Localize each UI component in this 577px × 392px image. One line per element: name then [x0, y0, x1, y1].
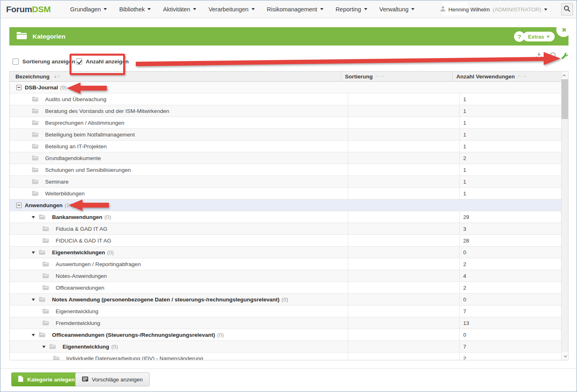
column-label: Anzahl Verwendungen [456, 74, 515, 80]
table-row[interactable]: Notes Anwendung (personenbezogene Daten … [10, 294, 568, 305]
folder-icon [53, 355, 63, 360]
wrench-icon[interactable] [562, 53, 568, 61]
table-row[interactable]: Audits und Überwachung1 [10, 93, 568, 105]
table-body: DSB-Journal(9)Audits und Überwachung1Ber… [10, 82, 568, 360]
nav-item-grundlagen[interactable]: Grundlagen [70, 6, 107, 13]
tree-expand-caret-icon[interactable] [32, 216, 35, 220]
tree-expand-caret-icon[interactable] [42, 346, 46, 350]
table-row[interactable]: Officeanwendungen2 [10, 282, 568, 294]
folder-icon [42, 273, 52, 279]
show-suggestions-label: Vorschläge anzeigen [92, 377, 143, 383]
cell-anzahl-verwendungen [459, 82, 568, 93]
table-row[interactable]: Grundlagendokumente2 [10, 152, 568, 164]
column-header-anzahl-verwendungen[interactable]: Anzahl Verwendungen [452, 71, 561, 81]
nav-item-bibliothek[interactable]: Bibliothek [119, 6, 151, 13]
chevron-down-icon [547, 36, 550, 39]
collapse-icon[interactable] [16, 85, 22, 90]
table-group-row[interactable]: DSB-Journal(9) [10, 82, 568, 93]
table-row[interactable]: Eigenentwicklung7 [10, 305, 568, 317]
show-count-label[interactable]: Anzahl anzeigen [86, 58, 129, 65]
cell-anzahl-verwendungen [459, 199, 568, 211]
table-group-row[interactable]: Anwendungen(24) [10, 199, 568, 211]
cell-bezeichnung: FIDUCIA & GAD IT AG [10, 235, 348, 246]
sort-icon [519, 75, 525, 78]
cell-bezeichnung: Seminare [10, 176, 348, 187]
tree-expand-caret-icon[interactable] [32, 334, 35, 338]
column-header-sortierung[interactable]: Sortierung [341, 71, 452, 81]
table-row[interactable]: Beratung des Vorstands und der ISM-Mitwi… [10, 105, 568, 117]
checkbox-icon[interactable] [76, 58, 82, 65]
download-icon[interactable] [536, 52, 542, 60]
nav-item-risikomanagement[interactable]: Risikomanagement [267, 6, 323, 13]
column-header-bezeichnung[interactable]: Bezeichnung ▲▽ [10, 71, 341, 81]
chevron-down-icon [252, 8, 255, 12]
nav-item-verarbeitungen[interactable]: Verarbeitungen [208, 6, 254, 13]
table-row[interactable]: Fiducia & GAD IT AG3 [10, 223, 568, 235]
cell-anzahl-verwendungen: 0 [459, 329, 568, 340]
category-label: Seminare [45, 179, 69, 185]
cell-anzahl-verwendungen: 2 [459, 353, 568, 360]
cell-sortierung [348, 129, 459, 140]
user-role: (ADMINISTRATOR) [493, 6, 542, 13]
table-row[interactable]: Besprechungen / Abstimmungen1 [10, 117, 568, 129]
table-row[interactable]: Weiterbildungen1 [10, 188, 568, 199]
create-category-button[interactable]: Kategorie anlegen [11, 373, 82, 386]
table-row[interactable]: Individuelle Datenverarbeitung (IDV) - N… [10, 353, 568, 360]
checkbox-icon[interactable] [13, 58, 19, 65]
category-label: Besprechungen / Abstimmungen [45, 120, 124, 126]
table-row[interactable]: Schulungen und Sensibilisierungen1 [10, 164, 568, 176]
table-row[interactable]: Seminare1 [10, 176, 568, 188]
folder-icon [39, 214, 49, 220]
cell-anzahl-verwendungen: 1 [459, 129, 568, 140]
nav-item-reporting[interactable]: Reporting [336, 6, 367, 13]
folder-icon [39, 297, 49, 302]
refresh-icon[interactable] [550, 52, 556, 60]
column-label: Bezeichnung [15, 74, 50, 80]
cell-bezeichnung: Auswertungen / Reportingabfragen [10, 258, 348, 270]
collapse-icon[interactable] [16, 203, 22, 208]
table-row[interactable]: Eigenentwicklung(0)7 [10, 341, 568, 353]
table-row[interactable]: Beteiligung beim Notfallmanagement1 [10, 129, 568, 141]
show-sorting-checkbox[interactable]: Sortierung anzeigen [13, 58, 75, 65]
category-label: Anwendungen [25, 202, 63, 208]
show-suggestions-button[interactable]: Vorschläge anzeigen [75, 373, 150, 386]
table-row[interactable]: Beteilung an IT-Projekten1 [10, 141, 568, 152]
cell-bezeichnung: Beteilung an IT-Projekten [10, 141, 348, 152]
table-row[interactable]: Bankanwendungen(0)29 [10, 211, 568, 223]
table-row[interactable]: Eigenentwicklungen(0)0 [10, 247, 568, 258]
nav-item-label: Reporting [336, 6, 361, 13]
cell-sortierung [348, 152, 459, 164]
cell-bezeichnung: Schulungen und Sensibilisierungen [10, 164, 348, 175]
tree-expand-caret-icon[interactable] [32, 299, 35, 303]
close-panel-button[interactable] [556, 22, 571, 37]
cell-sortierung [348, 93, 459, 105]
cell-bezeichnung: Fremdentwicklung [10, 317, 348, 329]
nav-item-aktivitäten[interactable]: Aktivitäten [163, 6, 196, 13]
table-row[interactable]: Officeanwendungen (Steuerungs-/Rechnungs… [10, 329, 568, 341]
table-row[interactable]: FIDUCIA & GAD IT AG28 [10, 235, 568, 247]
nav-item-verwaltung[interactable]: Verwaltung [380, 6, 415, 13]
category-label: Eigenentwicklung [63, 344, 109, 350]
cell-sortierung [348, 105, 459, 117]
cell-bezeichnung: Besprechungen / Abstimmungen [10, 117, 348, 128]
extras-button[interactable]: Extras [523, 32, 555, 41]
scroll-down-button[interactable] [562, 352, 568, 360]
cell-sortierung [348, 188, 459, 199]
cell-anzahl-verwendungen: 1 [459, 141, 568, 152]
tree-expand-caret-icon[interactable] [32, 251, 35, 256]
table-row[interactable]: Fremdentwicklung13 [10, 317, 568, 329]
category-count-suffix: (24) [65, 202, 74, 208]
scrollbar-thumb[interactable] [562, 79, 568, 119]
show-count-checkbox[interactable]: Anzahl anzeigen [76, 58, 129, 65]
category-label: Notes-Anwendungen [56, 273, 107, 279]
app-logo[interactable]: ForumDSM [6, 4, 51, 14]
category-label: Beteiligung beim Notfallmanagement [45, 132, 135, 138]
table-row[interactable]: Auswertungen / Reportingabfragen2 [10, 258, 568, 270]
table-row[interactable]: Notes-Anwendungen4 [10, 270, 568, 282]
scroll-up-button[interactable] [562, 71, 568, 79]
vertical-scrollbar[interactable] [561, 71, 568, 360]
search-button[interactable] [561, 3, 573, 15]
show-sorting-label[interactable]: Sortierung anzeigen [22, 58, 75, 65]
user-menu[interactable]: Henning Wilhelm (ADMINISTRATOR) [440, 0, 547, 18]
folder-icon [42, 238, 52, 243]
